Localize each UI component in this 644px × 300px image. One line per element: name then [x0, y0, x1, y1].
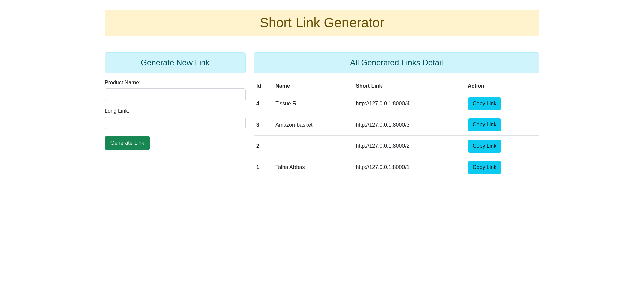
form-column: Generate New Link Product Name: Long Lin… — [105, 52, 246, 150]
form-section-header: Generate New Link — [105, 52, 246, 73]
table-row: 1Talha Abbashttp://127.0.0.1:8000/1Copy … — [254, 157, 539, 178]
copy-link-button[interactable]: Copy Link — [468, 140, 501, 153]
table-body: 4Tissue Rhttp://127.0.0.1:8000/4Copy Lin… — [254, 93, 539, 178]
table-head: Id Name Short Link Action — [254, 80, 539, 93]
cell-shortlink: http://127.0.0.1:8000/2 — [353, 135, 465, 157]
cell-name: Amazon basket — [273, 114, 353, 135]
page-title: Short Link Generator — [110, 15, 534, 31]
product-name-group: Product Name: — [105, 80, 246, 101]
cell-action: Copy Link — [465, 93, 539, 114]
copy-link-button[interactable]: Copy Link — [468, 161, 501, 174]
cell-id: 2 — [254, 135, 273, 157]
cell-id: 3 — [254, 114, 273, 135]
table-header-action: Action — [465, 80, 539, 93]
copy-link-button[interactable]: Copy Link — [468, 118, 501, 131]
table-header-id: Id — [254, 80, 273, 93]
long-link-input[interactable] — [105, 117, 246, 129]
cell-action: Copy Link — [465, 114, 539, 135]
table-row: 2http://127.0.0.1:8000/2Copy Link — [254, 135, 539, 157]
content-row: Generate New Link Product Name: Long Lin… — [105, 52, 539, 178]
copy-link-button[interactable]: Copy Link — [468, 97, 501, 110]
cell-action: Copy Link — [465, 157, 539, 178]
long-link-group: Long Link: — [105, 108, 246, 129]
table-row: 4Tissue Rhttp://127.0.0.1:8000/4Copy Lin… — [254, 93, 539, 114]
cell-name: Talha Abbas — [273, 157, 353, 178]
table-header-row: Id Name Short Link Action — [254, 80, 539, 93]
table-column: All Generated Links Detail Id Name Short… — [254, 52, 539, 178]
table-row: 3Amazon baskethttp://127.0.0.1:8000/3Cop… — [254, 114, 539, 135]
cell-name: Tissue R — [273, 93, 353, 114]
form-section-title: Generate New Link — [110, 58, 240, 67]
main-container: Short Link Generator Generate New Link P… — [101, 10, 543, 178]
cell-id: 1 — [254, 157, 273, 178]
product-name-input[interactable] — [105, 88, 246, 101]
product-name-label: Product Name: — [105, 80, 246, 86]
table-section-title: All Generated Links Detail — [259, 58, 534, 67]
top-divider — [0, 0, 644, 0]
page-header: Short Link Generator — [105, 10, 539, 36]
cell-shortlink: http://127.0.0.1:8000/4 — [353, 93, 465, 114]
links-table: Id Name Short Link Action 4Tissue Rhttp:… — [254, 80, 539, 178]
cell-id: 4 — [254, 93, 273, 114]
cell-name — [273, 135, 353, 157]
cell-shortlink: http://127.0.0.1:8000/3 — [353, 114, 465, 135]
long-link-label: Long Link: — [105, 108, 246, 114]
cell-shortlink: http://127.0.0.1:8000/1 — [353, 157, 465, 178]
generate-link-button[interactable]: Generate Link — [105, 136, 150, 150]
table-header-name: Name — [273, 80, 353, 93]
table-section-header: All Generated Links Detail — [254, 52, 539, 73]
table-header-shortlink: Short Link — [353, 80, 465, 93]
cell-action: Copy Link — [465, 135, 539, 157]
